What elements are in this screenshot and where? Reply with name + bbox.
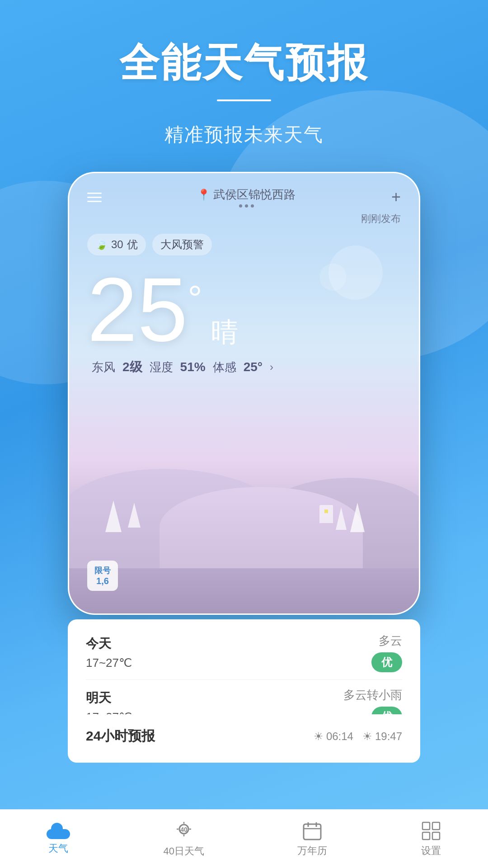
nav-label-40days: 40日天气 (164, 844, 204, 858)
hero-title: 全能天气预报 (0, 36, 488, 90)
building-window (324, 509, 328, 513)
phone-topbar: 📍 武侯区锦悦西路 + (69, 173, 419, 212)
nav-label-weather: 天气 (48, 842, 68, 855)
sunset-time: ☀ 19:47 (362, 730, 402, 743)
forecast-24h-header: 24小时预报 ☀ 06:14 ☀ 19:47 (86, 727, 402, 745)
main-temp-area: 25 ° 晴 东风 2级 湿度 51% 体感 25° › (69, 260, 419, 376)
svg-rect-17 (432, 832, 440, 840)
today-label-item: 今天 17~27℃ (86, 635, 132, 670)
restriction-numbers: 1,6 (94, 576, 111, 586)
nav-item-weather[interactable]: 天气 (47, 823, 70, 855)
svg-rect-16 (422, 832, 430, 840)
today-temp: 17~27℃ (86, 656, 132, 670)
sunrise-time-value: 06:14 (326, 730, 353, 743)
wind-warning-badge[interactable]: 大风预警 (152, 234, 212, 255)
hero-divider (217, 99, 271, 101)
dot-menu (239, 204, 254, 208)
tree-1-icon (105, 500, 122, 532)
aqi-quality: 优 (127, 237, 138, 252)
location-label[interactable]: 📍 武侯区锦悦西路 (197, 187, 296, 203)
phone-screen: 📍 武侯区锦悦西路 + 刚刚发布 🍃 30 优 大风预警 (69, 173, 419, 613)
feels-like-value: 25° (244, 360, 263, 374)
svg-marker-1 (128, 503, 141, 528)
svg-rect-14 (422, 822, 430, 830)
wind-direction: 东风 (92, 359, 115, 375)
nav-label-calendar: 万年历 (297, 844, 327, 858)
nav-item-settings[interactable]: 设置 (421, 821, 441, 858)
svg-text:40: 40 (180, 826, 188, 833)
tree-4-icon (336, 507, 347, 530)
phone-mockup: 📍 武侯区锦悦西路 + 刚刚发布 🍃 30 优 大风预警 (68, 172, 420, 615)
leaf-icon: 🍃 (95, 239, 108, 250)
restriction-badge: 限号 1,6 (87, 561, 118, 591)
degree-symbol: ° (188, 278, 202, 320)
wind-warning-text: 大风预警 (160, 237, 204, 252)
tomorrow-condition: 多云转小雨 (343, 687, 402, 703)
add-location-button[interactable]: + (391, 188, 401, 207)
svg-marker-3 (336, 507, 347, 530)
badges-row: 🍃 30 优 大风预警 (69, 226, 419, 260)
cloud-icon (47, 823, 70, 839)
aqi-badge[interactable]: 🍃 30 优 (87, 234, 146, 255)
forecast-today-row: 今天 17~27℃ 多云 优 (86, 633, 402, 672)
forecast-24h-card: 24小时预报 ☀ 06:14 ☀ 19:47 (68, 714, 420, 763)
tree-3-icon (350, 503, 365, 532)
nav-item-40days[interactable]: 40 40日天气 (164, 820, 204, 858)
humidity-value: 51% (180, 360, 206, 374)
forecast-24h-title: 24小时预报 (86, 727, 155, 745)
bottom-nav: 天气 40 40日天气 万年历 设置 (0, 809, 488, 868)
building-icon (319, 505, 333, 523)
nav-label-settings: 设置 (421, 844, 441, 858)
svg-marker-2 (350, 503, 365, 532)
hero-subtitle: 精准预报未来天气 (0, 122, 488, 147)
aqi-value: 30 (111, 238, 123, 251)
today-quality-badge: 优 (371, 652, 402, 672)
sunrise-info: ☀ 06:14 ☀ 19:47 (314, 730, 402, 743)
svg-rect-15 (432, 822, 440, 830)
menu-icon[interactable] (87, 190, 102, 205)
settings-icon (421, 821, 441, 841)
wind-level: 2级 (122, 359, 142, 376)
location-pin-icon: 📍 (197, 189, 211, 201)
phone-scenery (69, 433, 419, 568)
calendar-icon (302, 821, 323, 841)
snow-hill-3 (160, 487, 363, 568)
today-label: 今天 (86, 635, 132, 652)
feels-like-label: 体感 (213, 359, 236, 375)
forecast-divider (86, 679, 402, 680)
temp-display: 25 ° 晴 (87, 264, 401, 355)
temperature-value: 25 (87, 264, 188, 355)
sunset-icon: ☀ (362, 730, 372, 743)
sunrise-time: ☀ 06:14 (314, 730, 353, 743)
nav-item-calendar[interactable]: 万年历 (297, 821, 327, 858)
sunrise-icon: ☀ (314, 730, 324, 743)
chevron-right-icon: › (270, 361, 273, 373)
svg-rect-10 (304, 824, 321, 840)
svg-marker-0 (105, 500, 122, 532)
weather-description: 晴 (211, 314, 238, 351)
calendar-sun-icon: 40 (173, 820, 195, 842)
tomorrow-label: 明天 (86, 689, 132, 707)
just-published-text: 刚刚发布 (69, 212, 419, 226)
tree-2-icon (128, 503, 141, 528)
sunset-time-value: 19:47 (375, 730, 402, 743)
restriction-label: 限号 (94, 565, 111, 576)
humidity-label: 湿度 (150, 359, 173, 375)
location-text: 武侯区锦悦西路 (213, 187, 296, 203)
today-condition: 多云 (379, 633, 402, 649)
